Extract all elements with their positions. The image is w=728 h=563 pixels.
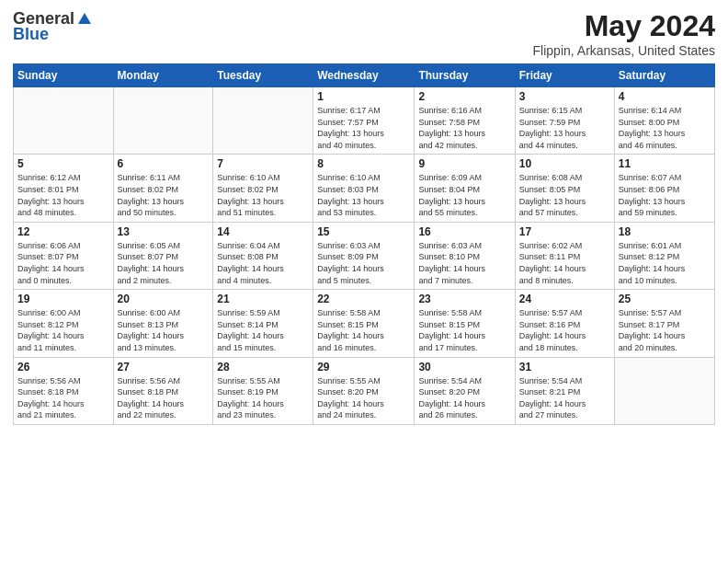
table-row: 11Sunrise: 6:07 AM Sunset: 8:06 PM Dayli… (614, 155, 714, 222)
day-info: Sunrise: 6:06 AM Sunset: 8:07 PM Dayligh… (17, 240, 109, 286)
day-info: Sunrise: 6:16 AM Sunset: 7:58 PM Dayligh… (418, 105, 510, 151)
day-info: Sunrise: 6:04 AM Sunset: 8:08 PM Dayligh… (217, 240, 309, 286)
calendar-week-4: 19Sunrise: 6:00 AM Sunset: 8:12 PM Dayli… (14, 290, 715, 357)
table-row: 9Sunrise: 6:09 AM Sunset: 8:04 PM Daylig… (415, 155, 515, 222)
day-number: 26 (17, 361, 109, 373)
day-number: 17 (519, 225, 610, 238)
col-sunday: Sunday (14, 64, 114, 87)
day-info: Sunrise: 6:03 AM Sunset: 8:09 PM Dayligh… (317, 240, 410, 286)
table-row: 20Sunrise: 6:00 AM Sunset: 8:13 PM Dayli… (113, 290, 213, 357)
table-row: 27Sunrise: 5:56 AM Sunset: 8:18 PM Dayli… (113, 357, 213, 424)
day-number: 22 (317, 293, 410, 305)
table-row: 4Sunrise: 6:14 AM Sunset: 8:00 PM Daylig… (614, 87, 714, 155)
day-number: 18 (619, 225, 711, 238)
day-number: 19 (17, 293, 109, 305)
day-number: 21 (217, 293, 309, 305)
day-info: Sunrise: 5:54 AM Sunset: 8:21 PM Dayligh… (519, 375, 610, 421)
table-row: 3Sunrise: 6:15 AM Sunset: 7:59 PM Daylig… (515, 87, 614, 155)
calendar-week-2: 5Sunrise: 6:12 AM Sunset: 8:01 PM Daylig… (14, 155, 715, 222)
table-row (14, 87, 114, 155)
table-row: 5Sunrise: 6:12 AM Sunset: 8:01 PM Daylig… (14, 155, 114, 222)
day-info: Sunrise: 5:58 AM Sunset: 8:15 PM Dayligh… (317, 307, 410, 353)
col-wednesday: Wednesday (313, 64, 415, 87)
day-info: Sunrise: 6:17 AM Sunset: 7:57 PM Dayligh… (317, 105, 410, 151)
title-area: May 2024 Flippin, Arkansas, United State… (533, 9, 715, 58)
day-info: Sunrise: 5:58 AM Sunset: 8:15 PM Dayligh… (418, 307, 510, 353)
table-row: 22Sunrise: 5:58 AM Sunset: 8:15 PM Dayli… (313, 290, 415, 357)
day-number: 8 (317, 157, 410, 170)
day-number: 6 (118, 157, 210, 170)
day-number: 10 (519, 157, 610, 170)
table-row: 1Sunrise: 6:17 AM Sunset: 7:57 PM Daylig… (313, 87, 415, 155)
subtitle: Flippin, Arkansas, United States (533, 43, 715, 58)
day-number: 31 (519, 361, 610, 373)
calendar-week-1: 1Sunrise: 6:17 AM Sunset: 7:57 PM Daylig… (14, 87, 715, 155)
day-number: 1 (317, 90, 410, 103)
day-info: Sunrise: 6:12 AM Sunset: 8:01 PM Dayligh… (17, 172, 109, 218)
table-row: 29Sunrise: 5:55 AM Sunset: 8:20 PM Dayli… (313, 357, 415, 424)
day-number: 7 (217, 157, 309, 170)
table-row: 21Sunrise: 5:59 AM Sunset: 8:14 PM Dayli… (213, 290, 313, 357)
day-info: Sunrise: 6:14 AM Sunset: 8:00 PM Dayligh… (619, 105, 711, 151)
day-info: Sunrise: 5:56 AM Sunset: 8:18 PM Dayligh… (118, 375, 210, 421)
header: General Blue May 2024 Flippin, Arkansas,… (13, 9, 715, 58)
day-number: 29 (317, 361, 410, 373)
table-row: 7Sunrise: 6:10 AM Sunset: 8:02 PM Daylig… (213, 155, 313, 222)
day-info: Sunrise: 5:57 AM Sunset: 8:16 PM Dayligh… (519, 307, 610, 353)
day-info: Sunrise: 6:11 AM Sunset: 8:02 PM Dayligh… (118, 172, 210, 218)
day-number: 4 (619, 90, 711, 103)
day-info: Sunrise: 6:01 AM Sunset: 8:12 PM Dayligh… (619, 240, 711, 286)
table-row: 24Sunrise: 5:57 AM Sunset: 8:16 PM Dayli… (515, 290, 614, 357)
col-monday: Monday (113, 64, 213, 87)
table-row: 10Sunrise: 6:08 AM Sunset: 8:05 PM Dayli… (515, 155, 614, 222)
table-row: 6Sunrise: 6:11 AM Sunset: 8:02 PM Daylig… (113, 155, 213, 222)
main-title: May 2024 (533, 9, 715, 43)
day-info: Sunrise: 5:54 AM Sunset: 8:20 PM Dayligh… (418, 375, 510, 421)
svg-marker-0 (78, 13, 91, 24)
page-container: General Blue May 2024 Flippin, Arkansas,… (0, 0, 728, 434)
table-row (614, 357, 714, 424)
day-number: 14 (217, 225, 309, 238)
logo: General Blue (13, 9, 93, 44)
day-info: Sunrise: 6:03 AM Sunset: 8:10 PM Dayligh… (418, 240, 510, 286)
calendar-table: Sunday Monday Tuesday Wednesday Thursday… (13, 63, 715, 425)
day-number: 16 (418, 225, 510, 238)
day-number: 12 (17, 225, 109, 238)
day-info: Sunrise: 5:56 AM Sunset: 8:18 PM Dayligh… (17, 375, 109, 421)
day-number: 27 (118, 361, 210, 373)
table-row: 17Sunrise: 6:02 AM Sunset: 8:11 PM Dayli… (515, 222, 614, 289)
table-row: 26Sunrise: 5:56 AM Sunset: 8:18 PM Dayli… (14, 357, 114, 424)
table-row: 25Sunrise: 5:57 AM Sunset: 8:17 PM Dayli… (614, 290, 714, 357)
calendar-week-3: 12Sunrise: 6:06 AM Sunset: 8:07 PM Dayli… (14, 222, 715, 289)
day-number: 3 (519, 90, 610, 103)
day-number: 15 (317, 225, 410, 238)
day-info: Sunrise: 5:59 AM Sunset: 8:14 PM Dayligh… (217, 307, 309, 353)
day-info: Sunrise: 6:08 AM Sunset: 8:05 PM Dayligh… (519, 172, 610, 218)
day-number: 28 (217, 361, 309, 373)
day-info: Sunrise: 6:07 AM Sunset: 8:06 PM Dayligh… (619, 172, 711, 218)
logo-blue-text: Blue (13, 25, 49, 44)
day-info: Sunrise: 6:10 AM Sunset: 8:02 PM Dayligh… (217, 172, 309, 218)
day-info: Sunrise: 5:57 AM Sunset: 8:17 PM Dayligh… (619, 307, 711, 353)
day-info: Sunrise: 6:10 AM Sunset: 8:03 PM Dayligh… (317, 172, 410, 218)
col-tuesday: Tuesday (213, 64, 313, 87)
col-saturday: Saturday (614, 64, 714, 87)
table-row (113, 87, 213, 155)
table-row: 28Sunrise: 5:55 AM Sunset: 8:19 PM Dayli… (213, 357, 313, 424)
table-row: 18Sunrise: 6:01 AM Sunset: 8:12 PM Dayli… (614, 222, 714, 289)
table-row: 2Sunrise: 6:16 AM Sunset: 7:58 PM Daylig… (415, 87, 515, 155)
day-info: Sunrise: 6:05 AM Sunset: 8:07 PM Dayligh… (118, 240, 210, 286)
table-row: 19Sunrise: 6:00 AM Sunset: 8:12 PM Dayli… (14, 290, 114, 357)
table-row: 12Sunrise: 6:06 AM Sunset: 8:07 PM Dayli… (14, 222, 114, 289)
day-number: 13 (118, 225, 210, 238)
day-number: 30 (418, 361, 510, 373)
table-row (213, 87, 313, 155)
day-info: Sunrise: 6:00 AM Sunset: 8:13 PM Dayligh… (118, 307, 210, 353)
calendar-header-row: Sunday Monday Tuesday Wednesday Thursday… (14, 64, 715, 87)
day-number: 24 (519, 293, 610, 305)
day-number: 20 (118, 293, 210, 305)
day-number: 11 (619, 157, 711, 170)
table-row: 15Sunrise: 6:03 AM Sunset: 8:09 PM Dayli… (313, 222, 415, 289)
table-row: 13Sunrise: 6:05 AM Sunset: 8:07 PM Dayli… (113, 222, 213, 289)
logo-icon (76, 11, 93, 28)
